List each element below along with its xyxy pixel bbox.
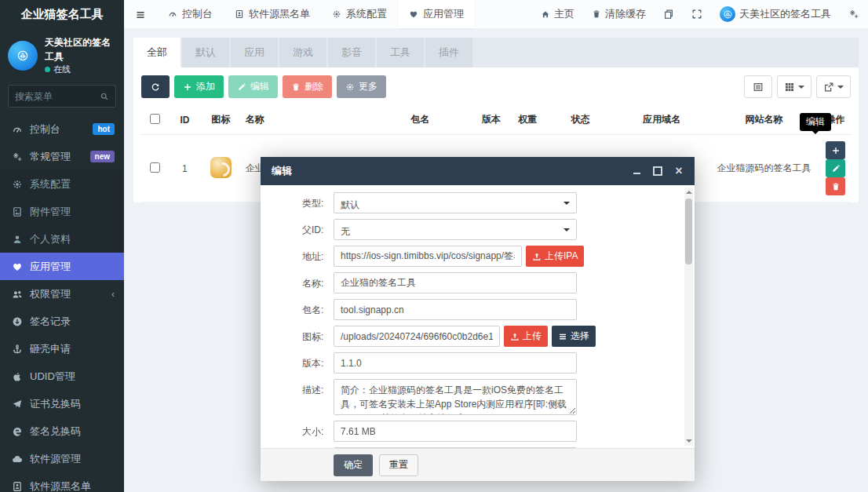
tab-game[interactable]: 游戏 — [279, 38, 326, 67]
topnav-tab-source-blacklist[interactable]: 软件源黑名单 — [224, 0, 321, 28]
dialog-scrollbar[interactable] — [684, 188, 693, 446]
sidebar-item-general[interactable]: 常规管理 new — [0, 143, 124, 170]
upload-icon — [532, 252, 542, 261]
user-menu[interactable]: 天美社区的签名工具 — [711, 0, 840, 28]
sidebar-item-sign-codes[interactable]: 签名兑换码 — [0, 417, 124, 445]
weight-input[interactable] — [334, 447, 577, 448]
trash-icon — [291, 82, 301, 92]
topnav-tab-system-config[interactable]: 系统配置 — [321, 0, 398, 28]
add-button[interactable]: 添加 — [174, 75, 224, 98]
top-navbar: 控制台 软件源黑名单 系统配置 应用管理 主页 清除缓存 天美社区的签名工具 — [124, 0, 868, 28]
home-link[interactable]: 主页 — [532, 0, 583, 28]
confirm-button[interactable]: 确定 — [334, 454, 373, 476]
scroll-down-icon[interactable] — [684, 436, 693, 446]
toggle-view-button[interactable] — [744, 75, 772, 98]
download-circle-icon — [9, 315, 24, 328]
icon-path-input[interactable] — [334, 326, 500, 347]
sidebar-item-source-blacklist[interactable]: 软件源黑名单 — [0, 472, 124, 492]
plus-icon — [831, 146, 841, 155]
topnav-tab-dashboard[interactable]: 控制台 — [157, 0, 224, 28]
tab-app[interactable]: 应用 — [231, 38, 278, 67]
tab-media[interactable]: 影音 — [328, 38, 375, 67]
field-label-desc: 描述: — [302, 379, 334, 397]
settings-menu[interactable] — [840, 0, 868, 28]
row-checkbox[interactable] — [150, 162, 160, 173]
hamburger-menu-icon[interactable] — [124, 8, 157, 20]
edit-button[interactable]: 编辑 — [228, 75, 278, 98]
minimize-icon[interactable] — [632, 166, 641, 176]
col-id: ID — [169, 105, 201, 135]
user-avatar — [720, 6, 735, 22]
maximize-icon[interactable] — [653, 166, 662, 176]
refresh-button[interactable] — [141, 75, 170, 98]
col-icon: 图标 — [201, 105, 241, 135]
size-input[interactable] — [334, 421, 577, 442]
sidebar-item-attachments[interactable]: 附件管理 — [0, 198, 124, 225]
sidebar-item-dashboard[interactable]: 控制台 hot — [0, 115, 124, 143]
dialog-body: 类型: 默认 父ID: 无 地址: 上传IPA 名称: 包名: 图标: 上传 选… — [261, 185, 695, 448]
scroll-up-icon[interactable] — [684, 188, 693, 197]
sidebar-item-source-management[interactable]: 软件源管理 — [0, 445, 124, 472]
topnav-tab-app-management[interactable]: 应用管理 — [398, 0, 475, 28]
sidebar-item-cert-codes[interactable]: 证书兑换码 — [0, 390, 124, 417]
type-select[interactable]: 默认 — [334, 192, 577, 213]
sidebar-item-system-config[interactable]: 系统配置 — [0, 170, 124, 198]
reset-button[interactable]: 重置 — [379, 454, 418, 476]
sidebar-item-app-management[interactable]: 应用管理 — [0, 253, 124, 280]
field-label-url: 地址: — [302, 246, 334, 264]
gear-icon — [9, 178, 24, 191]
delete-button[interactable]: 删除 — [283, 75, 332, 98]
row-delete-button[interactable] — [826, 177, 845, 195]
tab-all[interactable]: 全部 — [133, 38, 181, 67]
close-icon[interactable] — [674, 166, 684, 176]
table-header-row: ID 图标 名称 包名 版本 权重 状态 应用域名 网站名称 操作 — [141, 105, 851, 135]
plus-icon — [183, 82, 192, 92]
copy-window-button[interactable] — [655, 0, 683, 28]
more-button[interactable]: 更多 — [337, 75, 386, 98]
description-textarea[interactable]: 简介：企业猫源码的签名工具是一款iOS免费的签名工具，可签名安装未上架App S… — [334, 379, 577, 415]
sidebar-search[interactable] — [8, 85, 116, 108]
name-input[interactable] — [334, 272, 577, 293]
clear-cache-button[interactable]: 清除缓存 — [583, 0, 655, 28]
online-status: 在线 — [45, 64, 116, 75]
sidebar-item-permissions[interactable]: 权限管理 ‹ — [0, 280, 124, 308]
tab-tool[interactable]: 工具 — [377, 38, 424, 67]
sidebar-item-shell-requests[interactable]: 砸壳申请 — [0, 335, 124, 363]
dialog-header[interactable]: 编辑 — [261, 157, 695, 185]
table-toolbar: 添加 编辑 删除 更多 — [141, 74, 851, 105]
sidebar-item-profile[interactable]: 个人资料 — [0, 225, 124, 253]
caret-down-icon — [563, 202, 570, 208]
copy-icon — [663, 9, 674, 20]
address-book-icon — [9, 480, 24, 492]
user-icon — [9, 233, 24, 246]
user-avatar — [8, 41, 38, 71]
tab-plugin[interactable]: 插件 — [425, 38, 472, 67]
upload-icon-button[interactable]: 上传 — [504, 326, 548, 347]
field-label-parent: 父ID: — [302, 219, 334, 237]
row-edit-button[interactable] — [826, 159, 845, 177]
sidebar-item-udid[interactable]: UDID管理 — [0, 363, 124, 390]
url-input[interactable] — [334, 246, 522, 267]
row-add-button[interactable] — [826, 141, 845, 159]
package-input[interactable] — [334, 299, 577, 320]
app-title: 企业猫签名工具 — [0, 0, 124, 28]
columns-dropdown-button[interactable] — [777, 75, 811, 98]
export-dropdown-button[interactable] — [816, 75, 851, 98]
grid-icon — [784, 82, 795, 93]
tab-default[interactable]: 默认 — [182, 38, 229, 67]
address-book-icon — [235, 9, 244, 19]
sidebar-item-sign-records[interactable]: 签名记录 — [0, 308, 124, 335]
choose-icon-button[interactable]: 选择 — [552, 326, 596, 347]
cell-id: 1 — [169, 135, 201, 202]
search-input[interactable] — [15, 91, 100, 102]
expand-icon — [691, 9, 702, 20]
select-all-checkbox[interactable] — [150, 114, 160, 124]
upload-ipa-button[interactable]: 上传IPA — [526, 246, 584, 267]
scrollbar-thumb[interactable] — [685, 199, 692, 264]
version-input[interactable] — [334, 352, 577, 374]
parent-id-select[interactable]: 无 — [334, 219, 577, 240]
fullscreen-button[interactable] — [683, 0, 711, 28]
field-label-size: 大小: — [302, 421, 334, 439]
col-status: 状态 — [545, 105, 615, 135]
apple-icon — [9, 370, 24, 383]
